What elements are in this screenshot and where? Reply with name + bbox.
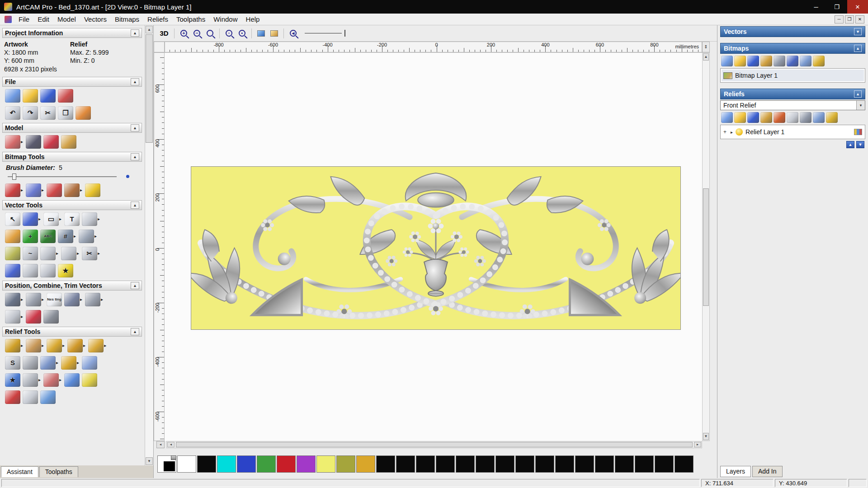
tab-layers[interactable]: Layers [720, 466, 751, 477]
flyout-arrow-icon[interactable]: ▸ [104, 343, 106, 348]
zoom-in-button[interactable]: + [178, 28, 190, 39]
offset-vectors-icon[interactable] [40, 264, 56, 277]
flyout-arrow-icon[interactable]: ▸ [56, 360, 58, 365]
weave-texture-icon[interactable]: ▸ [23, 373, 41, 387]
two-rail-sweep-icon[interactable]: S [5, 356, 20, 370]
flyout-arrow-icon[interactable]: ▸ [77, 251, 79, 256]
move-layer-down-button[interactable]: ▼ [856, 141, 864, 148]
trim-vectors-icon[interactable]: ✂▸ [82, 247, 100, 260]
mesh-tool-icon[interactable] [23, 390, 38, 404]
transform-vectors-icon[interactable]: ▸ [23, 212, 41, 226]
move-layer-up-button[interactable]: ▲ [846, 141, 854, 148]
undo-icon[interactable]: ↶ [5, 106, 20, 120]
redo-icon[interactable]: ↷ [23, 106, 38, 120]
create-text-icon[interactable]: T [64, 212, 80, 226]
duplicate-bitmap-layer-icon[interactable] [760, 56, 772, 66]
fit-curve-icon[interactable]: ~ [23, 247, 38, 260]
smooth-relief-icon[interactable]: ▸ [26, 339, 44, 352]
close-button[interactable]: ✕ [847, 0, 868, 14]
bitmap-wizard-icon[interactable] [813, 56, 825, 66]
menu-bitmaps[interactable]: Bitmaps [111, 14, 143, 24]
create-freehand-icon[interactable] [5, 230, 20, 243]
flyout-arrow-icon[interactable]: ▸ [98, 251, 100, 256]
model-colours-icon[interactable] [43, 135, 59, 149]
flyout-arrow-icon[interactable]: ▸ [59, 377, 61, 382]
material-settings-icon[interactable] [26, 135, 41, 149]
align-vectors-icon[interactable]: ▸ [5, 293, 24, 306]
palette-swatch-16[interactable] [495, 455, 514, 473]
flyout-arrow-icon[interactable]: ▸ [21, 343, 23, 348]
zoom-out-button[interactable]: − [191, 28, 203, 39]
palette-swatch-9[interactable] [356, 455, 375, 473]
text-tool-icon[interactable]: ABC [40, 230, 56, 243]
scroll-down-icon[interactable]: ▼ [703, 433, 709, 440]
palette-swatch-2[interactable] [217, 455, 236, 473]
flyout-arrow-icon[interactable]: ▸ [101, 297, 103, 302]
palette-swatch-23[interactable] [635, 455, 654, 473]
palette-swatch-21[interactable] [595, 455, 614, 473]
menu-help[interactable]: Help [242, 14, 264, 24]
save-model-icon[interactable] [40, 89, 56, 103]
colour-palette-icon[interactable]: ▸ [64, 183, 83, 197]
star-wizard-icon[interactable]: ★ [5, 373, 20, 387]
rollup-icon[interactable]: ▴ [131, 124, 139, 131]
palette-swatch-10[interactable] [376, 455, 395, 473]
palette-swatch-12[interactable] [416, 455, 435, 473]
primary-secondary-colours[interactable] [157, 455, 176, 473]
copy-icon[interactable]: ❐ [58, 106, 73, 120]
scroll-up-icon[interactable]: ▲ [703, 53, 709, 61]
trim-overlap-icon[interactable] [26, 310, 41, 324]
create-circle-icon[interactable] [5, 264, 20, 277]
rollup-icon[interactable]: ▴ [131, 282, 139, 289]
reliefs-collapse-icon[interactable]: ▴ [854, 90, 862, 98]
flyout-arrow-icon[interactable]: ▸ [38, 377, 41, 382]
bitmaps-collapse-icon[interactable]: ▴ [854, 45, 862, 52]
create-star-icon[interactable]: ★ [58, 264, 73, 277]
save-bitmap-layer-icon[interactable] [747, 56, 759, 66]
tab-toolpaths[interactable]: Toolpaths [39, 466, 78, 477]
scroll-thumb[interactable] [703, 188, 709, 306]
notes-icon[interactable] [61, 135, 76, 149]
fit-arcs-icon[interactable] [5, 247, 20, 260]
plane-wizard-icon[interactable] [82, 373, 97, 387]
rollup-icon[interactable]: ▴ [131, 78, 139, 85]
scroll-up-icon[interactable]: ▲ [146, 26, 153, 33]
maximize-button[interactable]: ❐ [826, 0, 847, 14]
palette-swatch-11[interactable] [396, 455, 415, 473]
minimize-button[interactable]: ─ [806, 0, 826, 14]
bitmap-colours-icon[interactable] [787, 56, 798, 66]
flyout-arrow-icon[interactable]: ▸ [62, 343, 65, 348]
delete-bitmap-layer-icon[interactable] [800, 56, 811, 66]
create-cross-icon[interactable]: + [23, 230, 38, 243]
scroll-thumb[interactable] [176, 442, 693, 447]
open-model-icon[interactable] [23, 89, 38, 103]
palette-swatch-22[interactable] [615, 455, 634, 473]
pan-view-button[interactable]: ◂ [287, 28, 299, 39]
extrude-tool-icon[interactable]: ▸ [67, 339, 86, 352]
paint-selective-icon[interactable]: ▸ [26, 183, 44, 197]
menu-window[interactable]: Window [209, 14, 241, 24]
zoom-window-button[interactable]: ▫ [223, 28, 235, 39]
cut-icon[interactable]: ✂ [40, 106, 56, 120]
smooth-relief-layer-icon[interactable] [774, 112, 785, 123]
flyout-arrow-icon[interactable]: ▸ [94, 234, 97, 239]
face-wizard-icon[interactable] [82, 356, 97, 370]
shape-editor-icon[interactable]: ▸ [5, 339, 24, 352]
draw-icon[interactable] [47, 183, 62, 197]
rollup-icon[interactable]: ▴ [131, 29, 139, 37]
palette-swatch-20[interactable] [575, 455, 594, 473]
unwrap-relief-icon[interactable] [5, 390, 20, 404]
export-model-icon[interactable] [58, 89, 73, 103]
mirror-vectors-icon[interactable] [23, 264, 38, 277]
flyout-arrow-icon[interactable]: ▸ [38, 216, 41, 221]
menu-reliefs[interactable]: Reliefs [143, 14, 172, 24]
merge-bitmap-layers-icon[interactable] [774, 56, 785, 66]
flyout-arrow-icon[interactable]: ▸ [56, 251, 58, 256]
palette-swatch-13[interactable] [436, 455, 455, 473]
flyout-arrow-icon[interactable]: ▸ [21, 188, 23, 192]
canvas-horizontal-scrollbar[interactable]: ◂ ▸ [166, 441, 702, 448]
canvas-vertical-scrollbar[interactable]: ▲ ▼ [702, 52, 710, 441]
palette-swatch-14[interactable] [456, 455, 475, 473]
paste-icon[interactable] [75, 106, 91, 120]
bitmap-layer-row[interactable]: Bitmap Layer 1 [722, 70, 864, 81]
